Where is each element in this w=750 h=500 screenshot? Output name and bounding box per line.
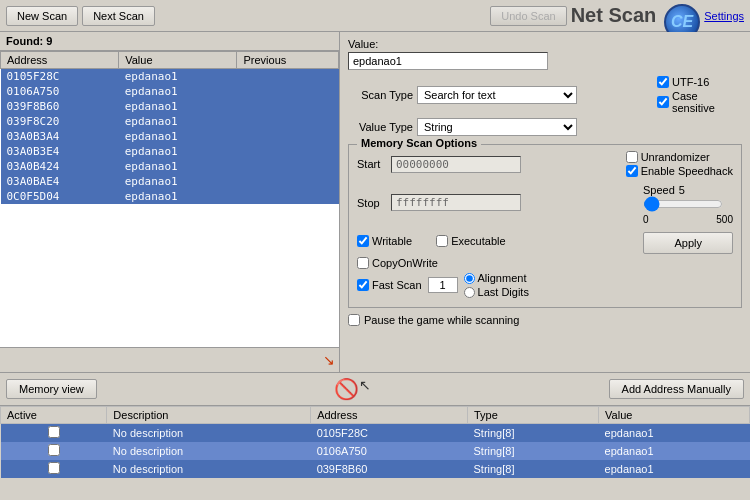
unrandomizer-checkbox[interactable] <box>626 151 638 163</box>
result-value: epdanao1 <box>119 69 237 85</box>
result-value: epdanao1 <box>119 144 237 159</box>
stop-input[interactable] <box>391 194 521 211</box>
result-value: epdanao1 <box>119 159 237 174</box>
start-input[interactable] <box>391 156 521 173</box>
value-type-select[interactable]: String <box>417 118 577 136</box>
addr-type: String[8] <box>467 460 598 478</box>
table-row[interactable]: 03A0B3A4 epdanao1 <box>1 129 339 144</box>
found-label: Found: 9 <box>0 32 339 51</box>
settings-link[interactable]: Settings <box>704 10 744 22</box>
result-previous <box>237 84 339 99</box>
case-sensitive-checkbox-label: Case sensitive <box>657 90 742 114</box>
table-row[interactable]: 0C0F5D04 epdanao1 <box>1 189 339 204</box>
result-value: epdanao1 <box>119 84 237 99</box>
list-item[interactable]: No description 0106A750 String[8] epdana… <box>1 442 750 460</box>
result-previous <box>237 99 339 114</box>
executable-checkbox[interactable] <box>436 235 448 247</box>
result-value: epdanao1 <box>119 114 237 129</box>
addr-type: String[8] <box>467 442 598 460</box>
value-label: Value: <box>348 38 742 50</box>
arrow-icon-container: ↘ <box>0 347 339 372</box>
result-value: epdanao1 <box>119 129 237 144</box>
memory-scan-group: Memory Scan Options Start Unrandomizer E… <box>348 144 742 308</box>
pause-row: Pause the game while scanning <box>348 314 742 326</box>
enable-speedhack-label: Enable Speedhack <box>626 165 733 177</box>
utf16-checkbox[interactable] <box>657 76 669 88</box>
delete-icon[interactable]: 🚫 <box>334 377 359 401</box>
stop-label: Stop <box>357 197 387 209</box>
add-address-button[interactable]: Add Address Manually <box>609 379 744 399</box>
memory-view-button[interactable]: Memory view <box>6 379 97 399</box>
addr-description: No description <box>107 442 311 460</box>
scan-type-select[interactable]: Search for text <box>417 86 577 104</box>
alignment-radio-label: Alignment <box>464 272 529 284</box>
fast-scan-checkbox[interactable] <box>357 279 369 291</box>
table-row[interactable]: 03A0B3E4 epdanao1 <box>1 144 339 159</box>
unrandomizer-label: Unrandomizer <box>626 151 733 163</box>
result-address: 0106A750 <box>1 84 119 99</box>
last-digits-radio[interactable] <box>464 287 475 298</box>
stop-row: Stop Speed 5 0 500 <box>357 180 733 225</box>
next-scan-button[interactable]: Next Scan <box>82 6 155 26</box>
enable-speedhack-checkbox[interactable] <box>626 165 638 177</box>
col-previous: Previous <box>237 52 339 69</box>
top-toolbar: New Scan Next Scan Undo Scan Net Scan CE… <box>0 0 750 32</box>
addr-active[interactable] <box>1 442 107 460</box>
result-address: 0105F28C <box>1 69 119 85</box>
list-item[interactable]: No description 0105F28C String[8] epdana… <box>1 424 750 443</box>
arrow-down-icon: ↘ <box>323 352 335 368</box>
case-sensitive-checkbox[interactable] <box>657 96 669 108</box>
col-type: Type <box>467 407 598 424</box>
slider-labels: 0 500 <box>643 214 733 225</box>
result-previous <box>237 114 339 129</box>
col-value: Value <box>119 52 237 69</box>
result-previous <box>237 69 339 85</box>
speed-slider[interactable] <box>643 196 723 212</box>
copy-on-write-checkbox[interactable] <box>357 257 369 269</box>
controls-panel: Value: Scan Type Search for text <box>340 32 750 372</box>
apply-button[interactable]: Apply <box>643 232 733 254</box>
result-previous <box>237 129 339 144</box>
writable-row: Writable Executable Apply <box>357 228 733 254</box>
writable-label: Writable <box>357 235 412 247</box>
addr-address: 0105F28C <box>311 424 468 443</box>
table-row[interactable]: 039F8B60 epdanao1 <box>1 99 339 114</box>
table-row[interactable]: 03A0B424 epdanao1 <box>1 159 339 174</box>
speed-label: Speed <box>643 184 675 196</box>
addr-value: epdanao1 <box>599 460 750 478</box>
fast-scan-input[interactable] <box>428 277 458 293</box>
result-address: 039F8C20 <box>1 114 119 129</box>
cursor-arrow: ↖ <box>359 377 371 401</box>
pause-checkbox[interactable] <box>348 314 360 326</box>
addr-value: epdanao1 <box>599 424 750 443</box>
value-input[interactable] <box>348 52 548 70</box>
fast-scan-label: Fast Scan <box>357 279 422 291</box>
addr-value: epdanao1 <box>599 442 750 460</box>
result-address: 03A0BAE4 <box>1 174 119 189</box>
value-section: Value: <box>348 38 742 70</box>
result-previous <box>237 189 339 204</box>
col-val: Value <box>599 407 750 424</box>
address-table: Active Description Address Type Value No… <box>0 406 750 478</box>
alignment-radio[interactable] <box>464 273 475 284</box>
col-description: Description <box>107 407 311 424</box>
writable-checkbox[interactable] <box>357 235 369 247</box>
table-row[interactable]: 039F8C20 epdanao1 <box>1 114 339 129</box>
radio-group: Alignment Last Digits <box>464 272 529 298</box>
addr-active[interactable] <box>1 460 107 478</box>
table-row[interactable]: 0105F28C epdanao1 <box>1 69 339 85</box>
results-table[interactable]: Address Value Previous 0105F28C epdanao1… <box>0 51 339 347</box>
table-row[interactable]: 03A0BAE4 epdanao1 <box>1 174 339 189</box>
result-value: epdanao1 <box>119 174 237 189</box>
addr-active[interactable] <box>1 424 107 443</box>
col-active: Active <box>1 407 107 424</box>
table-row[interactable]: 0106A750 epdanao1 <box>1 84 339 99</box>
col-addr: Address <box>311 407 468 424</box>
new-scan-button[interactable]: New Scan <box>6 6 78 26</box>
copy-on-write-label: CopyOnWrite <box>357 257 438 269</box>
list-item[interactable]: No description 039F8B60 String[8] epdana… <box>1 460 750 478</box>
undo-scan-button[interactable]: Undo Scan <box>490 6 566 26</box>
copy-on-write-row: CopyOnWrite <box>357 257 733 269</box>
result-address: 03A0B424 <box>1 159 119 174</box>
slider-max-label: 500 <box>716 214 733 225</box>
